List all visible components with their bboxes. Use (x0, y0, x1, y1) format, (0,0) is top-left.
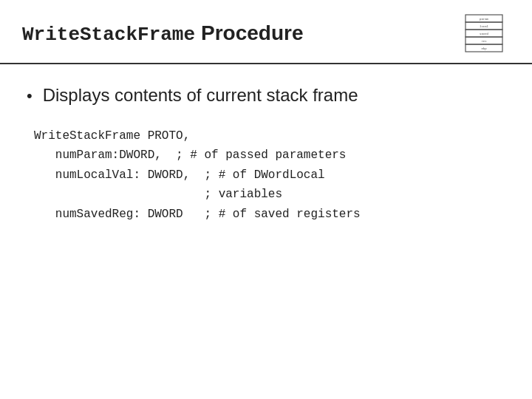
svg-text:saved: saved (480, 33, 489, 35)
stack-diagram-icon: param local saved ret ebp (458, 13, 510, 54)
slide-title: WriteStackFrame Procedure (22, 21, 304, 46)
bullet-item: • Displays contents of current stack fra… (27, 85, 505, 106)
code-line-2: numParam:DWORD, ; # of passed parameters (34, 146, 505, 165)
svg-text:local: local (480, 25, 489, 28)
svg-text:param: param (480, 18, 489, 21)
svg-text:ret: ret (481, 40, 486, 43)
code-line-4: ; variables (34, 185, 505, 204)
bullet-text: Displays contents of current stack frame (43, 85, 358, 106)
bullet-icon: • (27, 86, 33, 106)
slide-content: • Displays contents of current stack fra… (0, 64, 532, 239)
slide: WriteStackFrame Procedure param local sa… (0, 0, 532, 399)
code-block: WriteStackFrame PROTO, numParam:DWORD, ;… (27, 126, 505, 224)
slide-header: WriteStackFrame Procedure param local sa… (0, 0, 532, 64)
code-line-5: numSavedReg: DWORD ; # of saved register… (34, 205, 505, 224)
title-mono: WriteStackFrame (22, 24, 195, 46)
title-sans: Procedure (201, 21, 304, 45)
code-line-1: WriteStackFrame PROTO, (34, 126, 505, 146)
code-line-3: numLocalVal: DWORD, ; # of DWordLocal (34, 166, 505, 185)
svg-text:ebp: ebp (481, 47, 487, 50)
